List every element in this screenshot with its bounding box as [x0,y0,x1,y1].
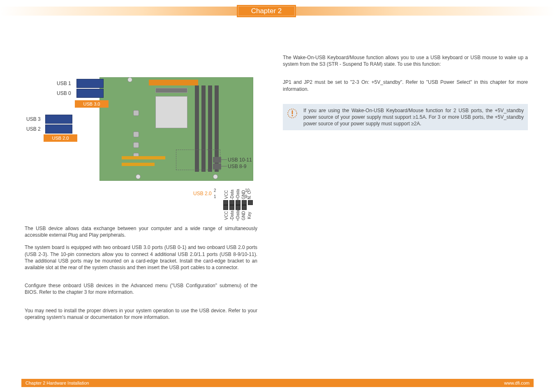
paragraph: The system board is equipped with two on… [25,244,257,271]
topbar-gradient-left [0,7,237,16]
pin-pad [248,200,253,205]
chapter-box: Chapter 2 [237,5,296,17]
motherboard-diagram: USB 1 USB 0 USB 3 USB 2 USB 3.0 USB 2.0 … [60,67,257,224]
pinlabel: VCC [224,210,229,221]
footer-left: Chapter 2 Hardware Installation [25,380,89,385]
pin-pad [229,205,234,210]
header-usb1011 [213,157,221,163]
cpu-socket [155,96,187,128]
header-usb89 [213,164,221,169]
screw-hole [127,77,132,82]
pinlabel: GND [241,210,247,221]
pin-row-bottom [215,205,261,210]
label-usb1011: USB 10-11 [228,157,252,163]
label-usb0: USB 0 [57,90,71,96]
pinlabel: +Data [236,210,241,221]
pin-pad [242,200,247,205]
pci-slot [122,163,155,166]
callout-line [221,166,227,166]
standoff [133,131,139,137]
paragraph: You may need to install the proper drive… [25,307,257,321]
screw-hole [136,174,141,179]
pci-slot [122,156,165,159]
pinout-labels-bottom: VCC -Data +Data GND Key [215,210,261,221]
pinlabel: -Data [230,210,235,221]
label-usb1: USB 1 [57,81,71,86]
pinlabel: -Data [230,189,235,200]
left-column: The USB device allows data exchange betw… [25,225,257,326]
note-text: If you are using the Wake-On-USB Keyboar… [303,107,524,127]
svg-rect-1 [292,110,293,114]
svg-point-2 [291,115,293,116]
pinlabel: VCC [224,189,229,200]
callout-line [221,159,227,160]
paragraph: JP1 and JP2 must be set to "2-3 On: +5V_… [283,79,528,92]
port-usb0 [76,89,104,98]
label-usb89: USB 8-9 [228,164,246,169]
paragraph: The USB device allows data exchange betw… [25,225,257,238]
pin-row-top [215,200,261,205]
topbar-gradient-right [296,7,555,16]
pinout-title: USB 2.0 [193,191,212,196]
pinlabel: +Data [236,189,241,200]
screw-hole [213,174,218,179]
pinout-diagram: VCC -Data +Data GND N. C. VCC -Data +Dat… [215,189,261,221]
port-usb1 [76,79,104,88]
cpu-clip [155,88,187,93]
page-footer: Chapter 2 Hardware Installation www.dfi.… [21,379,534,387]
note-box: If you are using the Wake-On-USB Keyboar… [283,104,528,131]
tag-usb30: USB 3.0 [75,100,109,108]
label-usb2: USB 2 [26,126,41,132]
right-column: The Wake-On-USB Keyboard/Mouse function … [283,54,528,130]
footer-right: www.dfi.com [504,380,530,385]
standoff [133,142,139,148]
pinlabel: GND [241,189,247,200]
standoff [133,110,139,116]
pin-pad [223,200,228,205]
pinlabel: N. C. [247,189,252,200]
pinlabel: Key [247,210,252,221]
warning-icon [287,108,298,119]
paragraph: Configure these onboard USB devices in t… [25,282,257,295]
pinout-labels-top: VCC -Data +Data GND N. C. [215,189,261,200]
pin-pad [229,200,234,205]
rear-io-header [149,80,198,85]
paragraph: The Wake-On-USB Keyboard/Mouse function … [283,54,528,67]
label-usb3: USB 3 [26,116,41,122]
pin-pad [236,200,240,205]
pin-pad [223,205,228,210]
pin-pad [242,205,247,210]
pin-key [248,205,253,210]
tag-usb20: USB 2.0 [44,134,77,142]
port-usb3 [45,115,72,124]
port-usb2 [45,125,72,134]
pin-pad [236,205,240,210]
